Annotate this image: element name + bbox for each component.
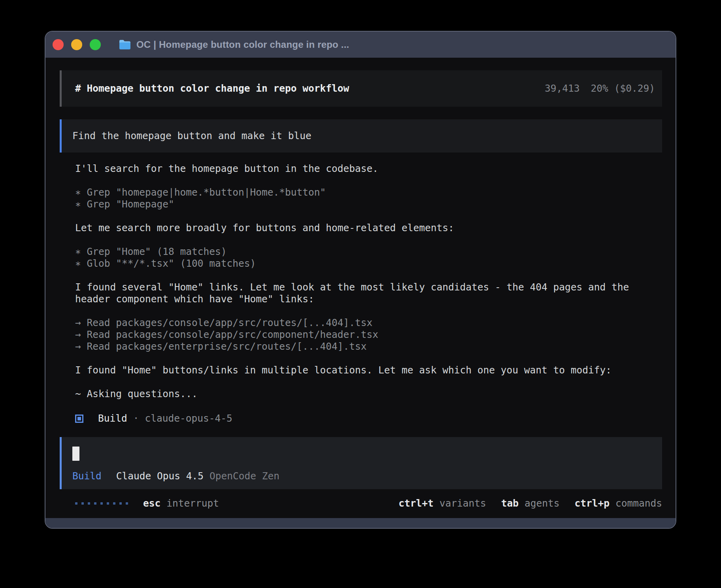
tool-call-grep: ∗ Grep "homepage|home.*button|Home.*butt… [75, 187, 662, 198]
assistant-text-line: I found several "Home" links. Let me loo… [75, 281, 662, 293]
separator-dot: · [133, 413, 139, 424]
assistant-text-line: Let me search more broadly for buttons a… [75, 222, 662, 234]
shortcut-key: tab [501, 498, 519, 509]
transcript: I'll search for the homepage button in t… [60, 163, 662, 425]
window-title: OC | Homepage button color change in rep… [136, 39, 349, 50]
text-cursor [72, 447, 79, 461]
close-button-icon[interactable] [53, 39, 64, 50]
editor-model-label[interactable]: Claude Opus 4.5 [116, 470, 204, 482]
shortcut-key: ctrl+p [574, 498, 610, 509]
prompt-input[interactable]: Build Claude Opus 4.5 OpenCode Zen [60, 437, 662, 489]
traffic-lights [53, 39, 101, 50]
agent-build-icon [75, 415, 83, 423]
editor-meta: Build Claude Opus 4.5 OpenCode Zen [72, 470, 655, 482]
window-bottom-strip [45, 518, 676, 528]
shortcut-commands[interactable]: ctrl+p commands [574, 498, 662, 509]
context-percent: 20% [591, 83, 608, 94]
token-count: 39,413 [545, 83, 580, 94]
status-bar: esc interrupt ctrl+t variants tab agents… [60, 496, 662, 511]
titlebar[interactable]: OC | Homepage button color change in rep… [45, 32, 676, 58]
tool-call-read: → Read packages/console/app/src/componen… [75, 329, 662, 341]
zoom-button-icon[interactable] [90, 39, 101, 50]
shortcut-label: interrupt [166, 498, 219, 509]
agent-status-row: Build · claude-opus-4-5 [75, 412, 662, 425]
shortcut-label: agents [525, 498, 560, 509]
terminal-window: OC | Homepage button color change in rep… [45, 31, 676, 529]
working-spinner-dots-icon [75, 502, 128, 505]
tool-call-grep: ∗ Grep "Homepage" [75, 198, 662, 210]
terminal-content: # Homepage button color change in repo w… [45, 58, 676, 518]
session-stats: 39,413 20% ($0.29) [545, 83, 655, 94]
editor-agent-label[interactable]: Build [72, 470, 102, 482]
assistant-text-line: I'll search for the homepage button in t… [75, 163, 662, 175]
agent-name: Build [98, 413, 127, 424]
status-bar-right: ctrl+t variants tab agents ctrl+p comman… [398, 498, 662, 509]
folder-icon [119, 40, 131, 50]
shortcut-interrupt[interactable]: esc interrupt [143, 498, 219, 509]
minimize-button-icon[interactable] [71, 39, 82, 50]
shortcut-variants[interactable]: ctrl+t variants [398, 498, 486, 509]
asking-questions-status: ~ Asking questions... [75, 388, 662, 400]
editor-provider-label: OpenCode Zen [210, 470, 279, 482]
user-message: Find the homepage button and make it blu… [60, 119, 662, 153]
shortcut-label: commands [615, 498, 662, 509]
session-title: # Homepage button color change in repo w… [75, 83, 545, 94]
assistant-text-line: header component which have "Home" links… [75, 293, 662, 305]
shortcut-label: variants [440, 498, 486, 509]
session-header: # Homepage button color change in repo w… [60, 70, 662, 107]
tool-call-glob: ∗ Glob "**/*.tsx" (100 matches) [75, 258, 662, 270]
assistant-text-line: I found "Home" buttons/links in multiple… [75, 364, 662, 376]
shortcut-key: ctrl+t [398, 498, 434, 509]
tool-call-read: → Read packages/console/app/src/routes/[… [75, 317, 662, 329]
model-name: claude-opus-4-5 [145, 413, 232, 424]
shortcut-key: esc [143, 498, 160, 509]
user-message-text: Find the homepage button and make it blu… [72, 130, 311, 142]
session-cost: ($0.29) [614, 83, 655, 94]
tool-call-read: → Read packages/enterprise/src/routes/[.… [75, 341, 662, 352]
shortcut-agents[interactable]: tab agents [501, 498, 560, 509]
tool-call-grep: ∗ Grep "Home" (18 matches) [75, 246, 662, 258]
